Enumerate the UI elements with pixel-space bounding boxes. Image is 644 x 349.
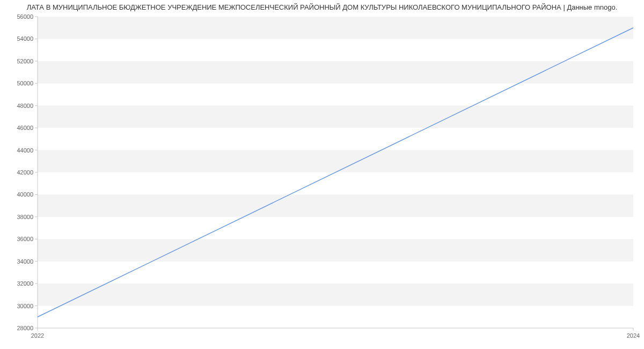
svg-rect-2 — [38, 194, 633, 216]
line-chart: 2800030000320003400036000380004000042000… — [0, 11, 644, 344]
svg-rect-1 — [38, 239, 633, 261]
svg-text:44000: 44000 — [17, 147, 33, 154]
svg-text:2024: 2024 — [627, 332, 640, 339]
svg-text:48000: 48000 — [17, 103, 33, 109]
svg-text:54000: 54000 — [17, 35, 33, 42]
svg-rect-3 — [38, 150, 633, 172]
svg-rect-6 — [38, 17, 633, 39]
svg-text:50000: 50000 — [17, 80, 33, 86]
svg-text:32000: 32000 — [17, 280, 33, 287]
svg-text:38000: 38000 — [17, 214, 33, 220]
svg-text:46000: 46000 — [17, 125, 33, 131]
svg-text:42000: 42000 — [17, 169, 33, 176]
svg-text:40000: 40000 — [17, 191, 33, 198]
svg-rect-4 — [38, 106, 633, 128]
svg-rect-5 — [38, 61, 633, 83]
svg-text:36000: 36000 — [17, 236, 33, 242]
svg-text:30000: 30000 — [17, 303, 33, 309]
svg-text:2022: 2022 — [31, 332, 44, 339]
svg-text:28000: 28000 — [17, 325, 33, 331]
chart-title: ЛАТА В МУНИЦИПАЛЬНОЕ БЮДЖЕТНОЕ УЧРЕЖДЕНИ… — [0, 0, 644, 11]
svg-text:52000: 52000 — [17, 58, 33, 64]
chart-area: 2800030000320003400036000380004000042000… — [0, 11, 644, 344]
svg-text:34000: 34000 — [17, 258, 33, 265]
svg-rect-0 — [38, 283, 633, 306]
svg-text:56000: 56000 — [17, 13, 33, 20]
